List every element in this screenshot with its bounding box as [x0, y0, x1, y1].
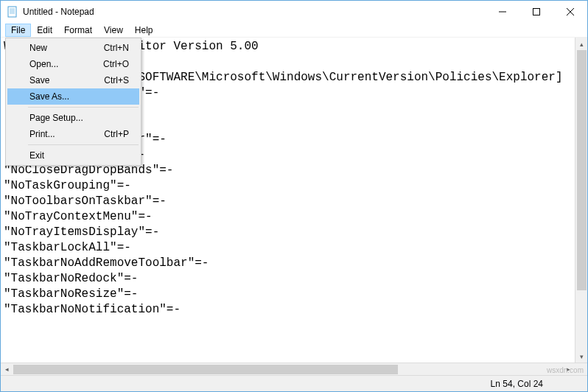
menu-print[interactable]: Print... Ctrl+P: [7, 126, 139, 142]
cursor-position: Ln 54, Col 24: [491, 379, 543, 389]
menu-help[interactable]: Help: [129, 24, 159, 37]
menu-item-shortcut: Ctrl+N: [104, 43, 129, 53]
menu-new[interactable]: New Ctrl+N: [7, 40, 139, 56]
menu-save-as[interactable]: Save As...: [7, 88, 139, 105]
menu-item-shortcut: Ctrl+S: [104, 75, 129, 85]
watermark: wsxdn.com: [547, 366, 584, 374]
horizontal-scrollbar[interactable]: ◂ ▸: [1, 363, 587, 375]
notepad-icon: [7, 6, 18, 18]
menu-item-shortcut: Ctrl+P: [104, 129, 129, 139]
menu-exit[interactable]: Exit: [7, 147, 139, 164]
maximize-button[interactable]: [519, 1, 553, 23]
scroll-v-track[interactable]: [575, 50, 587, 350]
menu-save[interactable]: Save Ctrl+S: [7, 72, 139, 88]
window-title: Untitled - Notepad: [23, 7, 486, 17]
menu-separator: [28, 107, 139, 108]
scroll-down-icon[interactable]: ▾: [575, 350, 587, 363]
vertical-scrollbar[interactable]: ▴ ▾: [575, 38, 587, 363]
statusbar: Ln 54, Col 24: [1, 375, 587, 391]
titlebar: Untitled - Notepad: [1, 1, 587, 23]
scroll-left-icon[interactable]: ◂: [1, 363, 13, 376]
scroll-h-track[interactable]: [13, 363, 562, 376]
window-controls: [486, 1, 587, 23]
menu-item-label: Save: [29, 75, 49, 85]
menu-item-label: Page Setup...: [29, 113, 83, 123]
close-button[interactable]: [553, 1, 587, 23]
file-menu-dropdown: New Ctrl+N Open... Ctrl+O Save Ctrl+S Sa…: [5, 38, 141, 166]
menu-open[interactable]: Open... Ctrl+O: [7, 56, 139, 72]
minimize-button[interactable]: [486, 1, 519, 23]
menu-view[interactable]: View: [98, 24, 129, 37]
scroll-up-icon[interactable]: ▴: [575, 38, 587, 50]
menu-item-label: Exit: [29, 150, 44, 161]
menubar: File Edit Format View Help: [1, 23, 587, 38]
menu-edit[interactable]: Edit: [31, 24, 58, 37]
menu-item-label: Open...: [29, 59, 58, 69]
menu-item-shortcut: Ctrl+O: [103, 59, 129, 69]
menu-item-label: Print...: [29, 129, 55, 139]
menu-separator: [28, 144, 139, 145]
menu-item-label: Save As...: [29, 91, 69, 102]
menu-page-setup[interactable]: Page Setup...: [7, 110, 139, 126]
scroll-h-thumb[interactable]: [13, 365, 398, 374]
menu-format[interactable]: Format: [58, 24, 98, 37]
menu-item-label: New: [29, 43, 47, 53]
svg-rect-6: [533, 9, 540, 15]
menu-file[interactable]: File: [5, 24, 31, 37]
scroll-v-thumb[interactable]: [577, 50, 587, 290]
